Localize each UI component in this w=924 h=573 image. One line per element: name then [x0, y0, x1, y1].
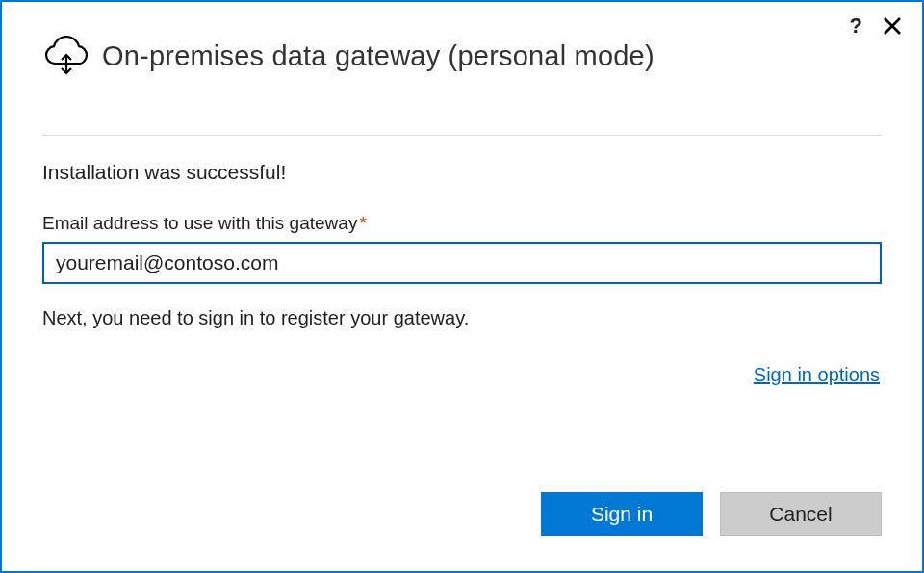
required-marker: * [359, 213, 366, 233]
gateway-dialog: ? On-premises data gateway (personal mod… [0, 0, 924, 573]
dialog-content: Installation was successful! Email addre… [2, 136, 922, 386]
signin-button[interactable]: Sign in [541, 492, 703, 536]
titlebar-controls: ? [850, 15, 901, 37]
next-instruction: Next, you need to sign in to register yo… [42, 307, 882, 329]
success-message: Installation was successful! [42, 161, 882, 184]
email-label-row: Email address to use with this gateway* [42, 213, 882, 234]
close-icon[interactable] [884, 17, 901, 35]
dialog-header: On-premises data gateway (personal mode) [2, 2, 922, 77]
cancel-button[interactable]: Cancel [720, 492, 882, 536]
email-label: Email address to use with this gateway [42, 213, 357, 233]
dialog-title: On-premises data gateway (personal mode) [102, 40, 654, 72]
signin-options-row: Sign in options [42, 364, 882, 386]
email-field[interactable] [42, 242, 882, 284]
cloud-gateway-icon [42, 35, 90, 77]
button-row: Sign in Cancel [541, 492, 882, 536]
signin-options-link[interactable]: Sign in options [754, 364, 880, 385]
help-icon[interactable]: ? [850, 15, 862, 37]
